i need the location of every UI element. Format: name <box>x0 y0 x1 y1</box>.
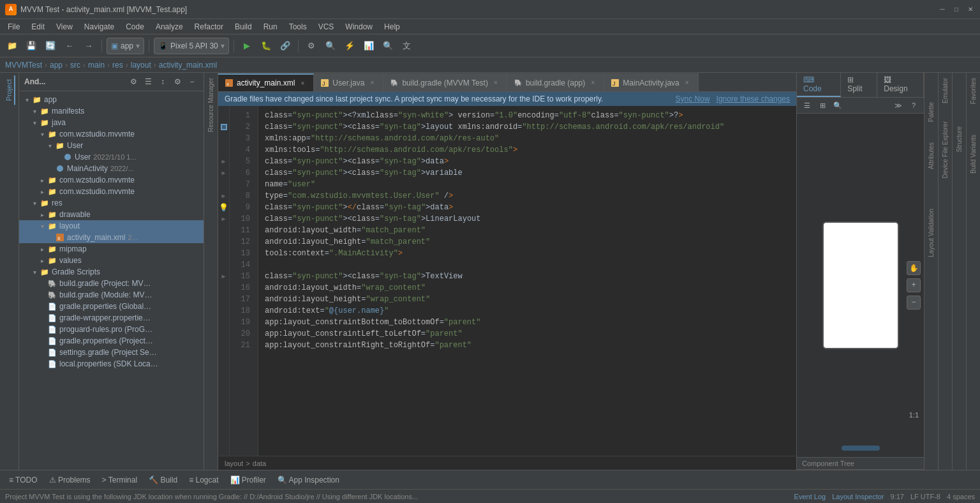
sidebar-list-btn[interactable]: ☰ <box>142 75 154 88</box>
bottom-tab-1[interactable]: ⚠ Problems <box>44 474 96 486</box>
toolbar-btn6[interactable]: 🔍 <box>322 38 339 54</box>
menu-item-code[interactable]: Code <box>121 21 149 33</box>
tree-item-4[interactable]: ▾📁User <box>19 140 204 151</box>
tree-item-6[interactable]: MainActivity2022/... <box>19 163 204 174</box>
tree-item-0[interactable]: ▾📁app <box>19 94 204 105</box>
emulator-vtab[interactable]: Emulator <box>940 75 950 106</box>
editor-tab-1[interactable]: JUser.java× <box>314 73 383 91</box>
toolbar-open-btn[interactable]: 📁 <box>4 38 20 54</box>
toolbar-forward-btn[interactable]: → <box>80 38 97 54</box>
event-log-link[interactable]: Event Log <box>794 493 826 500</box>
tree-item-8[interactable]: ▸📁com.wzstudio.mvvmte <box>19 186 204 197</box>
bottom-tab-4[interactable]: ≡ Logcat <box>184 474 223 486</box>
layout-validation-vtab[interactable]: Layout Validation <box>926 205 936 261</box>
palette-btn2[interactable]: ⊞ <box>816 99 829 112</box>
toolbar-btn7[interactable]: ⚡ <box>341 38 358 54</box>
tree-item-2[interactable]: ▾📁java <box>19 117 204 128</box>
bottom-tab-0[interactable]: ≡ TODO <box>4 474 43 486</box>
breadcrumb-item-0[interactable]: MVVMTest <box>5 61 42 70</box>
code-content[interactable]: class="syn-punct"><?xmlclass="syn-white"… <box>258 106 796 456</box>
tab-close-0[interactable]: × <box>298 79 307 87</box>
breadcrumb-item-1[interactable]: app <box>50 61 63 70</box>
menu-item-vcs[interactable]: VCS <box>313 21 339 33</box>
toolbar-device-dropdown[interactable]: 📱 Pixel 5 API 30 ▾ <box>154 38 229 54</box>
menu-item-view[interactable]: View <box>51 21 78 33</box>
minimize-button[interactable]: ─ <box>938 5 947 14</box>
tree-item-9[interactable]: ▾📁res <box>19 197 204 209</box>
preview-hand-btn[interactable]: ✋ <box>907 261 921 275</box>
design-tab-split[interactable]: ⊞ Split <box>841 73 877 97</box>
tree-item-13[interactable]: ▸📁mipmap <box>19 243 204 255</box>
project-vtab[interactable]: Project <box>4 75 15 105</box>
tree-item-23[interactable]: 📄local.properties (SDK Loca… <box>19 358 204 370</box>
menu-item-tools[interactable]: Tools <box>284 21 312 33</box>
menu-item-navigate[interactable]: Navigate <box>79 21 119 33</box>
menu-item-refactor[interactable]: Refactor <box>189 21 228 33</box>
menu-item-analyze[interactable]: Analyze <box>151 21 188 33</box>
tab-close-3[interactable]: × <box>588 79 597 87</box>
menu-item-edit[interactable]: Edit <box>26 21 50 33</box>
breadcrumb-item-4[interactable]: res <box>112 61 123 70</box>
editor-tab-3[interactable]: 🐘build.gradle (app)× <box>507 73 604 91</box>
tree-item-11[interactable]: ▾📁layout <box>19 220 204 232</box>
run-btn[interactable]: ▶ <box>239 38 255 54</box>
tree-item-21[interactable]: 📄gradle.properties (Project… <box>19 335 204 347</box>
menu-item-help[interactable]: Help <box>379 21 405 33</box>
tree-item-16[interactable]: 🐘build.gradle (Project: MV… <box>19 278 204 289</box>
tab-close-2[interactable]: × <box>491 79 500 87</box>
sidebar-sort-btn[interactable]: ↕ <box>156 75 169 88</box>
palette-vtab[interactable]: Palette <box>926 98 936 126</box>
ignore-changes-link[interactable]: Ignore these changes <box>716 94 790 103</box>
tree-item-3[interactable]: ▾📁com.wzstudio.mvvmte <box>19 128 204 140</box>
tree-item-5[interactable]: User2022/1/10 1... <box>19 151 204 163</box>
attributes-vtab[interactable]: Attributes <box>926 139 936 173</box>
tree-item-22[interactable]: 📄settings.gradle (Project Se… <box>19 347 204 358</box>
debug-btn[interactable]: 🐛 <box>258 38 274 54</box>
bottom-tab-5[interactable]: 📊 Profiler <box>225 474 271 486</box>
menu-item-file[interactable]: File <box>3 21 25 33</box>
tree-item-10[interactable]: ▸📁drawable <box>19 209 204 220</box>
toolbar-save-btn[interactable]: 💾 <box>23 38 40 54</box>
palette-btn1[interactable]: ☰ <box>801 99 813 112</box>
toolbar-app-dropdown[interactable]: ▣ app ▾ <box>107 38 144 54</box>
tree-item-14[interactable]: ▸📁values <box>19 255 204 266</box>
tab-close-4[interactable]: × <box>683 79 692 87</box>
sidebar-settings-btn[interactable]: ⚙ <box>127 75 140 88</box>
editor-tab-2[interactable]: 🐘build.gradle (MVVM Test)× <box>383 73 507 91</box>
attach-btn[interactable]: 🔗 <box>277 38 293 54</box>
close-button[interactable]: ✕ <box>966 5 975 14</box>
toolbar-btn5[interactable]: ⚙ <box>303 38 320 54</box>
resource-manager-vtab[interactable]: Resource Manager <box>206 75 216 135</box>
design-tab-design[interactable]: 🖼 Design <box>877 73 924 97</box>
build-variants-vtab[interactable]: Build Variants <box>969 132 978 176</box>
maximize-button[interactable]: □ <box>952 5 961 14</box>
device-file-explorer-vtab[interactable]: Device File Explorer <box>940 119 950 181</box>
bottom-tab-3[interactable]: 🔨 Build <box>144 474 182 486</box>
preview-scrollbar[interactable] <box>842 446 880 451</box>
sidebar-close-btn[interactable]: − <box>186 75 198 88</box>
breadcrumb-item-5[interactable]: layout <box>131 61 151 70</box>
preview-zoom-in-btn[interactable]: + <box>907 278 921 292</box>
editor-tab-4[interactable]: JMainActivity.java× <box>604 73 698 91</box>
tree-item-12[interactable]: xactivity_main.xml2... <box>19 232 204 243</box>
tree-item-7[interactable]: ▸📁com.wzstudio.mvvmte <box>19 174 204 186</box>
editor-tab-0[interactable]: xactivity_main.xml× <box>218 73 314 91</box>
toolbar-btn8[interactable]: 📊 <box>360 38 377 54</box>
tab-close-1[interactable]: × <box>368 79 376 87</box>
menu-item-build[interactable]: Build <box>230 21 257 33</box>
palette-btn3[interactable]: 🔍 <box>831 99 844 112</box>
tree-item-1[interactable]: ▾📁manifests <box>19 105 204 117</box>
structure-vtab[interactable]: Structure <box>954 124 964 155</box>
palette-help-btn[interactable]: ? <box>907 99 920 112</box>
tree-item-17[interactable]: 🐘build.gradle (Module: MV… <box>19 289 204 301</box>
toolbar-btn9[interactable]: 🔍 <box>380 38 396 54</box>
sidebar-gear-btn[interactable]: ⚙ <box>171 75 184 88</box>
toolbar-translate-btn[interactable]: 文 <box>399 38 415 54</box>
design-tab-code[interactable]: ⌨ Code <box>797 73 841 97</box>
tree-item-18[interactable]: 📄gradle.properties (Global… <box>19 301 204 312</box>
bottom-tab-2[interactable]: > Terminal <box>97 474 142 486</box>
preview-zoom-out-btn[interactable]: − <box>907 296 921 310</box>
breadcrumb-item-3[interactable]: main <box>88 61 105 70</box>
menu-item-window[interactable]: Window <box>340 21 378 33</box>
tree-item-20[interactable]: 📄proguard-rules.pro (ProG… <box>19 324 204 335</box>
